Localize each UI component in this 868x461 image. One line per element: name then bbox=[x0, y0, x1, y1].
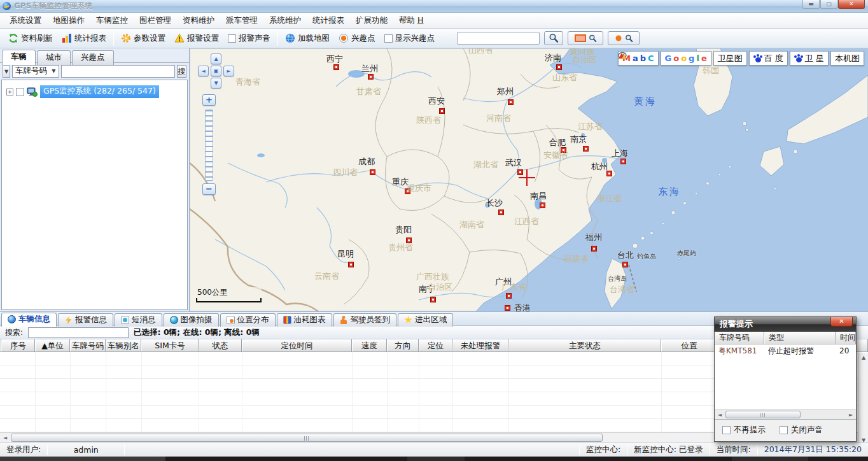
bottom-tab-图像拍摄[interactable]: 图像拍摄 bbox=[164, 313, 219, 327]
city-marker-西安[interactable] bbox=[439, 108, 445, 114]
city-marker-南宁[interactable] bbox=[430, 297, 436, 302]
alarm-row[interactable]: 粤KMT581停止超时报警20 bbox=[715, 344, 856, 357]
vehicle-search-button[interactable]: 搜 bbox=[177, 65, 186, 78]
bottom-tab-报警信息[interactable]: 报警信息 bbox=[58, 313, 113, 327]
menu-item-8[interactable]: 统计报表 bbox=[307, 13, 350, 28]
scrollbar-thumb[interactable] bbox=[725, 411, 801, 418]
city-marker-武汉[interactable] bbox=[517, 169, 523, 175]
tree-root-label[interactable]: GPS监控系统 (282/ 265/ 547) bbox=[40, 85, 159, 98]
map-search-input[interactable] bbox=[457, 32, 540, 45]
city-marker-兰州[interactable] bbox=[368, 74, 374, 80]
column-header-13[interactable]: 位置 bbox=[661, 339, 717, 351]
mute-checkbox[interactable] bbox=[780, 426, 788, 434]
alarm-column-header-2[interactable]: 类型 bbox=[764, 332, 836, 344]
column-header-8[interactable]: 速度 bbox=[352, 339, 387, 351]
scrollbar-thumb[interactable] bbox=[11, 434, 603, 442]
city-marker-济南[interactable] bbox=[556, 64, 562, 70]
city-marker-昆明[interactable] bbox=[348, 262, 354, 267]
alarm-popup-close-button[interactable]: ✕ bbox=[830, 317, 853, 327]
area-search-button[interactable] bbox=[568, 31, 603, 45]
city-marker-长沙[interactable] bbox=[498, 209, 504, 215]
report-button[interactable]: 统计报表 bbox=[57, 30, 111, 46]
left-tab-车辆[interactable]: 车辆 bbox=[2, 50, 36, 65]
show-poi-toggle[interactable]: 显示兴趣点 bbox=[380, 30, 440, 46]
menu-item-1[interactable]: 系统设置 bbox=[4, 13, 47, 28]
scroll-left-icon[interactable]: ◄ bbox=[715, 410, 725, 420]
poi-search-button[interactable] bbox=[608, 31, 640, 45]
bottom-tab-油耗图表[interactable]: 油耗图表 bbox=[277, 313, 332, 327]
city-marker-香港[interactable] bbox=[505, 305, 510, 311]
filter-field-combo[interactable]: 车牌号码 ▼ bbox=[12, 65, 59, 78]
alarm-sound-toggle[interactable]: 报警声音 bbox=[223, 30, 275, 46]
vertical-scrollbar[interactable]: ▲ ▼ bbox=[858, 353, 868, 445]
zoom-slider[interactable] bbox=[205, 110, 213, 181]
map-provider-local-map[interactable]: 本机图 bbox=[830, 51, 864, 66]
menu-item-3[interactable]: 车辆监控 bbox=[90, 13, 134, 28]
city-marker-广州[interactable] bbox=[506, 293, 512, 299]
city-marker-杭州[interactable] bbox=[606, 171, 612, 176]
column-header-11[interactable]: 未处理报警 bbox=[452, 339, 508, 351]
bottom-tab-驾驶员签到[interactable]: 驾驶员签到 bbox=[333, 313, 397, 327]
show-poi-checkbox[interactable] bbox=[384, 34, 393, 43]
map-provider-satellite-map[interactable]: 卫星图 bbox=[713, 51, 747, 66]
close-button[interactable]: ✕ bbox=[838, 0, 865, 9]
city-marker-福州[interactable] bbox=[591, 246, 597, 252]
city-marker-南昌[interactable] bbox=[540, 202, 545, 208]
pan-down-button[interactable]: ▼ bbox=[211, 78, 221, 89]
menu-item-9[interactable]: 扩展功能 bbox=[350, 13, 393, 28]
city-marker-台北[interactable] bbox=[622, 262, 628, 267]
menu-item-2[interactable]: 地图操作 bbox=[47, 13, 90, 28]
poi-button[interactable]: 兴趣点 bbox=[334, 30, 380, 46]
expand-icon[interactable]: + bbox=[6, 89, 13, 96]
tree-root-row[interactable]: + GPS监控系统 (282/ 265/ 547) bbox=[2, 80, 187, 98]
bottom-tab-位置分布[interactable]: 位置分布 bbox=[220, 313, 276, 327]
city-marker-成都[interactable] bbox=[370, 169, 375, 175]
column-header-4[interactable]: 车辆别名 bbox=[106, 339, 141, 351]
map-canvas[interactable]: ▲ ◄ ▣ ► ▼ + − 500公里 MabCGoogle卫星图百 度卫 星本… bbox=[190, 48, 868, 311]
pan-left-button[interactable]: ◄ bbox=[198, 66, 209, 76]
menu-item-10[interactable]: 帮助 H bbox=[393, 13, 429, 28]
zoom-out-button[interactable]: − bbox=[202, 183, 216, 195]
menu-item-7[interactable]: 系统维护 bbox=[263, 13, 307, 28]
column-header-2[interactable]: ▲单位 bbox=[35, 339, 70, 351]
column-header-6[interactable]: 状态 bbox=[199, 339, 242, 351]
map-provider-google[interactable]: Google bbox=[661, 51, 711, 66]
map-provider-baidu-map[interactable]: 百 度 bbox=[749, 51, 788, 66]
left-tab-城市[interactable]: 城市 bbox=[37, 50, 71, 65]
city-marker-上海[interactable] bbox=[620, 159, 626, 164]
column-header-1[interactable]: 序号 bbox=[1, 339, 35, 351]
scroll-up-icon[interactable]: ▲ bbox=[858, 353, 868, 362]
vehicle-search-input[interactable] bbox=[61, 65, 175, 78]
city-marker-郑州[interactable] bbox=[508, 99, 514, 105]
column-header-3[interactable]: 车牌号码 bbox=[70, 339, 106, 351]
filter-dropdown-button[interactable]: ▼ bbox=[3, 65, 10, 78]
map-provider-baidu-satellite[interactable]: 卫 星 bbox=[790, 51, 829, 66]
pan-right-button[interactable]: ► bbox=[223, 66, 234, 76]
scroll-left-icon[interactable]: ◄ bbox=[0, 433, 10, 443]
refresh-button[interactable]: 资料刷新 bbox=[4, 30, 57, 46]
mute-toggle[interactable]: 关闭声音 bbox=[780, 425, 823, 436]
params-button[interactable]: 参数设置 bbox=[116, 30, 170, 46]
pan-center-button[interactable]: ▣ bbox=[211, 66, 221, 76]
column-header-12[interactable]: 主要状态 bbox=[508, 339, 661, 351]
load-map-button[interactable]: 加载地图 bbox=[281, 30, 334, 46]
table-search-input[interactable] bbox=[28, 327, 129, 338]
menu-item-6[interactable]: 派车管理 bbox=[220, 13, 263, 28]
menu-item-5[interactable]: 资料维护 bbox=[177, 13, 220, 28]
column-header-5[interactable]: SIM卡号 bbox=[141, 339, 199, 351]
alarm-sound-checkbox[interactable] bbox=[228, 34, 236, 43]
search-button[interactable] bbox=[544, 31, 563, 45]
pan-up-button[interactable]: ▲ bbox=[211, 53, 221, 64]
column-header-10[interactable]: 定位 bbox=[419, 339, 452, 351]
alarm-column-header-1[interactable]: 车牌号码 bbox=[715, 332, 764, 344]
bottom-tab-进出区域[interactable]: 进出区域 bbox=[398, 313, 453, 327]
bottom-tab-短消息[interactable]: 短消息 bbox=[115, 313, 162, 327]
city-marker-西宁[interactable] bbox=[333, 64, 339, 70]
zoom-in-button[interactable]: + bbox=[202, 94, 216, 106]
alarm-setting-button[interactable]: 报警设置 bbox=[170, 30, 223, 46]
bottom-tab-车辆信息[interactable]: 车辆信息 bbox=[1, 313, 57, 327]
minimize-button[interactable]: ▬ bbox=[802, 0, 820, 9]
tree-root-checkbox[interactable] bbox=[16, 88, 24, 96]
menu-item-4[interactable]: 围栏管理 bbox=[134, 13, 177, 28]
alarm-column-header-3[interactable]: 时间 bbox=[836, 332, 856, 344]
